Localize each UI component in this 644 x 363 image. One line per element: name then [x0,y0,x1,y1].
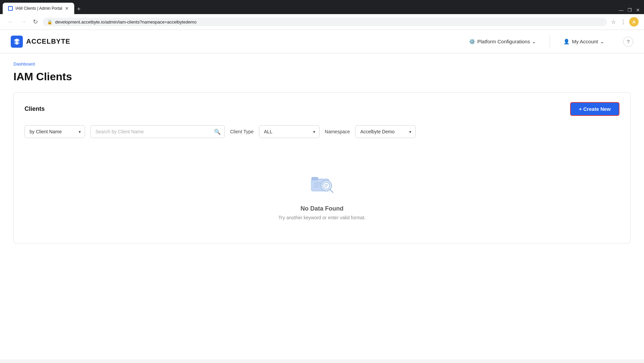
client-type-label: Client Type [230,129,254,134]
svg-line-5 [330,189,333,192]
search-input[interactable] [90,125,225,138]
search-by-wrapper: by Client Name [25,125,85,138]
empty-subtitle: Try another keyword or enter valid forma… [278,215,366,220]
browser-nav-bar: ← → ↻ 🔒 development.accelbyte.io/admin/i… [0,14,644,30]
logo-text: ACCELBYTE [26,38,70,45]
logo-box [11,36,23,48]
forward-button[interactable]: → [18,17,28,27]
browser-chrome: IAM Clients | Admin Portal ✕ + — ❐ ✕ ← →… [0,0,644,30]
app-header: ACCELBYTE ⚙️ Platform Configurations ⌄ 👤… [0,30,644,53]
search-input-wrapper: 🔍 [90,125,225,138]
my-account-chevron-icon: ⌄ [600,39,604,45]
client-type-select[interactable]: ALL Public Confidential [259,125,319,138]
header-nav: ⚙️ Platform Configurations ⌄ 👤 My Accoun… [466,35,633,48]
active-tab[interactable]: IAM Clients | Admin Portal ✕ [3,3,74,14]
svg-rect-2 [311,177,318,180]
address-bar[interactable]: 🔒 development.accelbyte.io/admin/iam-cli… [43,18,607,26]
page-content: Dashboard IAM Clients Clients + Create N… [0,53,644,252]
platform-configurations-label: Platform Configurations [477,39,530,44]
namespace-wrapper: Accelbyte Demo [355,125,416,138]
filters-row: by Client Name 🔍 Client Type ALL Public … [25,125,619,138]
page-title: IAM Clients [13,71,631,83]
card-header: Clients + Create New [25,102,619,116]
new-tab-button[interactable]: + [74,4,83,14]
profile-avatar[interactable]: A [629,17,639,27]
create-new-label: + Create New [579,106,611,112]
browser-menu-button[interactable]: ⋮ [619,17,627,27]
empty-state: No Data Found Try another keyword or ent… [25,151,619,234]
close-button[interactable]: ✕ [636,7,640,13]
restore-button[interactable]: ❐ [628,7,632,13]
header-divider [550,35,550,48]
minimize-button[interactable]: — [619,7,624,13]
logo-area: ACCELBYTE [11,36,466,48]
lock-icon: 🔒 [47,19,52,25]
my-account-menu[interactable]: 👤 My Account ⌄ [561,36,607,47]
back-button[interactable]: ← [5,17,15,27]
breadcrumb[interactable]: Dashboard [13,61,631,66]
search-by-select[interactable]: by Client Name [25,125,85,138]
app-container: ACCELBYTE ⚙️ Platform Configurations ⌄ 👤… [0,30,644,359]
namespace-select[interactable]: Accelbyte Demo [355,125,416,138]
card-title: Clients [25,105,45,112]
create-new-button[interactable]: + Create New [570,102,619,116]
search-icon: 🔍 [214,129,221,135]
tab-favicon [8,6,13,11]
client-type-wrapper: ALL Public Confidential [259,125,319,138]
logo-icon [13,38,20,45]
tab-close-button[interactable]: ✕ [65,6,69,11]
bookmark-star-button[interactable]: ☆ [610,17,617,27]
empty-title: No Data Found [301,205,344,212]
empty-state-icon [309,172,336,198]
clients-card: Clients + Create New by Client Name 🔍 Cl… [13,92,631,243]
svg-rect-0 [9,7,12,10]
platform-config-chevron-icon: ⌄ [532,39,536,45]
reload-button[interactable]: ↻ [31,17,40,27]
nav-actions: ☆ ⋮ A [610,17,639,27]
gear-icon: ⚙️ [469,39,475,45]
tab-title: IAM Clients | Admin Portal [15,6,62,11]
my-account-label: My Account [572,39,598,44]
platform-configurations-menu[interactable]: ⚙️ Platform Configurations ⌄ [466,36,539,47]
url-text: development.accelbyte.io/admin/iam-clien… [55,19,603,25]
help-button[interactable]: ? [623,37,633,47]
user-icon: 👤 [563,39,570,45]
namespace-label: Namespace [325,129,350,134]
